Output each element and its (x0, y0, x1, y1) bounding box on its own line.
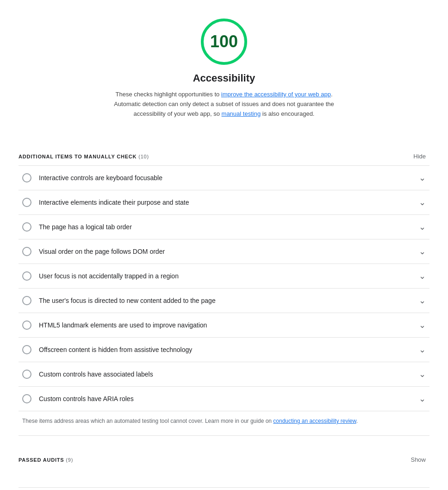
chevron-icon-3: ⌄ (417, 221, 428, 232)
manual-section-title: ADDITIONAL ITEMS TO MANUALLY CHECK (10) (19, 154, 149, 159)
audit-label-10: Custom controls have ARIA roles (39, 395, 417, 402)
audit-status-icon-10 (22, 394, 31, 403)
audit-status-icon-5 (22, 271, 31, 281)
score-section: 100 Accessibility These checks highlight… (19, 0, 429, 132)
not-applicable-section: NOT APPLICABLE (52) Show (19, 487, 429, 490)
score-title: Accessibility (193, 72, 255, 84)
audit-item-10[interactable]: Custom controls have ARIA roles ⌄ (19, 387, 429, 411)
audit-status-icon-3 (22, 222, 31, 232)
passed-audits-section: PASSED AUDITS (9) Show (19, 435, 429, 469)
page-container: 100 Accessibility These checks highlight… (0, 0, 448, 490)
chevron-icon-4: ⌄ (417, 246, 428, 257)
audit-item-3[interactable]: The page has a logical tab order ⌄ (19, 215, 429, 239)
audit-item-1[interactable]: Interactive controls are keyboard focusa… (19, 166, 429, 190)
manual-check-section: ADDITIONAL ITEMS TO MANUALLY CHECK (10) … (19, 142, 429, 431)
audit-label-2: Interactive elements indicate their purp… (39, 199, 417, 206)
audit-status-icon-6 (22, 296, 31, 305)
passed-section-header: PASSED AUDITS (9) Show (19, 445, 429, 469)
audit-status-icon-4 (22, 247, 31, 256)
manual-section-toggle[interactable]: Hide (410, 151, 429, 162)
passed-section-title: PASSED AUDITS (9) (19, 457, 73, 463)
audit-label-5: User focus is not accidentally trapped i… (39, 272, 417, 280)
score-circle: 100 (201, 19, 247, 65)
note-suffix: . (356, 418, 358, 424)
chevron-icon-1: ⌄ (417, 172, 428, 183)
chevron-icon-8: ⌄ (417, 344, 428, 355)
accessibility-review-link[interactable]: conducting an accessibility review (273, 418, 356, 424)
description-prefix: These checks highlight opportunities to (116, 91, 221, 98)
audit-label-1: Interactive controls are keyboard focusa… (39, 174, 417, 182)
audit-status-icon-8 (22, 345, 31, 354)
audit-label-6: The user's focus is directed to new cont… (39, 297, 417, 304)
chevron-icon-7: ⌄ (417, 320, 428, 331)
divider-passed (19, 435, 429, 436)
audit-status-icon-2 (22, 198, 31, 207)
score-value: 100 (210, 32, 238, 51)
audit-status-icon-1 (22, 173, 31, 182)
audit-item-8[interactable]: Offscreen content is hidden from assisti… (19, 338, 429, 362)
audit-label-8: Offscreen content is hidden from assisti… (39, 346, 417, 353)
chevron-icon-6: ⌄ (417, 295, 428, 306)
audit-item-6[interactable]: The user's focus is directed to new cont… (19, 289, 429, 313)
audit-status-icon-7 (22, 320, 31, 330)
audit-item-9[interactable]: Custom controls have associated labels ⌄ (19, 362, 429, 387)
chevron-icon-10: ⌄ (417, 393, 428, 404)
audit-label-3: The page has a logical tab order (39, 223, 417, 231)
audit-label-7: HTML5 landmark elements are used to impr… (39, 321, 417, 329)
manual-section-header: ADDITIONAL ITEMS TO MANUALLY CHECK (10) … (19, 142, 429, 165)
audit-status-icon-9 (22, 370, 31, 379)
audit-label-4: Visual order on the page follows DOM ord… (39, 248, 417, 255)
audit-item-5[interactable]: User focus is not accidentally trapped i… (19, 264, 429, 289)
chevron-icon-9: ⌄ (417, 369, 428, 380)
audit-list: Interactive controls are keyboard focusa… (19, 165, 429, 411)
audit-label-9: Custom controls have associated labels (39, 371, 417, 378)
score-description: These checks highlight opportunities to … (108, 90, 340, 119)
divider-not-applicable (19, 487, 429, 488)
manual-check-note: These items address areas which an autom… (19, 411, 429, 431)
improve-accessibility-link[interactable]: improve the accessibility of your web ap… (221, 91, 331, 98)
manual-section-count: (10) (138, 154, 149, 159)
passed-section-toggle[interactable]: Show (407, 454, 429, 465)
manual-testing-link[interactable]: manual testing (222, 110, 261, 117)
audit-item-7[interactable]: HTML5 landmark elements are used to impr… (19, 313, 429, 338)
description-suffix: is also encouraged. (261, 110, 314, 117)
passed-section-count: (9) (66, 457, 73, 463)
note-prefix: These items address areas which an autom… (22, 418, 273, 424)
chevron-icon-2: ⌄ (417, 197, 428, 208)
chevron-icon-5: ⌄ (417, 270, 428, 282)
audit-item-2[interactable]: Interactive elements indicate their purp… (19, 190, 429, 215)
audit-item-4[interactable]: Visual order on the page follows DOM ord… (19, 239, 429, 264)
